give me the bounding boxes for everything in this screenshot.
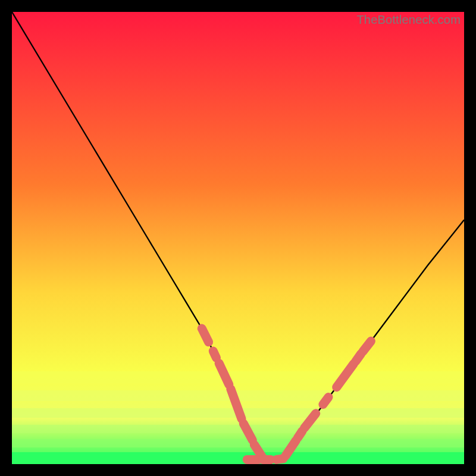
capsule bbox=[298, 431, 302, 438]
chart-frame: TheBottleneck.com bbox=[12, 12, 464, 464]
band-6 bbox=[12, 452, 464, 464]
band-5 bbox=[12, 439, 464, 447]
band-4 bbox=[12, 425, 464, 433]
capsule bbox=[323, 397, 328, 405]
watermark-label: TheBottleneck.com bbox=[356, 13, 461, 27]
bottleneck-plot bbox=[12, 12, 464, 464]
band-1 bbox=[12, 371, 464, 383]
capsule bbox=[202, 328, 208, 342]
capsule bbox=[213, 351, 216, 358]
